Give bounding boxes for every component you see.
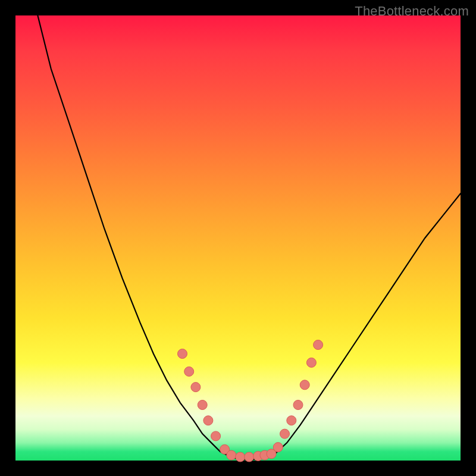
curve-markers xyxy=(178,340,323,462)
curve-marker xyxy=(178,349,187,359)
curve-marker xyxy=(211,431,221,441)
curve-marker xyxy=(227,450,236,460)
bottleneck-curve xyxy=(37,15,461,460)
curve-marker xyxy=(236,452,245,462)
curve-svg xyxy=(15,15,461,461)
curve-marker xyxy=(287,416,296,425)
curve-marker xyxy=(191,383,201,392)
curve-marker xyxy=(198,400,207,410)
curve-marker xyxy=(314,340,323,350)
curve-marker xyxy=(280,429,290,439)
curve-marker xyxy=(306,358,316,367)
curve-marker xyxy=(184,367,194,376)
curve-marker xyxy=(293,400,303,410)
curve-marker xyxy=(203,416,213,425)
chart-frame: TheBottleneck.com xyxy=(0,0,476,476)
curve-marker xyxy=(245,452,254,462)
plot-area xyxy=(15,15,461,461)
curve-marker xyxy=(273,443,283,452)
curve-marker xyxy=(300,380,309,390)
watermark-text: TheBottleneck.com xyxy=(355,4,469,19)
